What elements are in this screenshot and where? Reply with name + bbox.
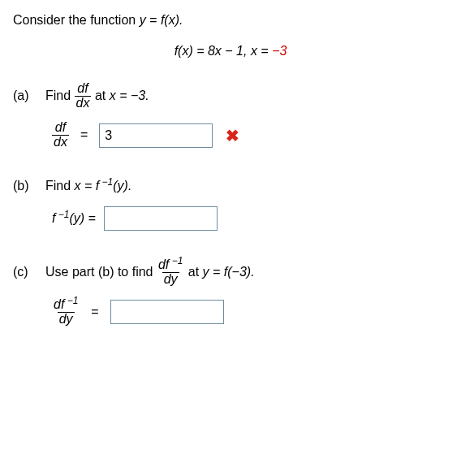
- part-a-text: Find df dx at x = −3.: [45, 82, 149, 110]
- part-c-text: Use part (b) to find df −1 dy at y = f(−…: [45, 258, 255, 287]
- part-c-answer-row: df −1 dy =: [52, 298, 448, 327]
- part-c-at-text: at: [188, 265, 203, 279]
- frac-num-c: df −1: [157, 258, 184, 272]
- inverse-sup: −1: [99, 176, 113, 188]
- ans-frac-num-c: df −1: [52, 298, 80, 312]
- part-a-find: Find: [45, 88, 75, 102]
- equals-sign: =: [80, 126, 88, 144]
- part-c-input[interactable]: [110, 300, 224, 324]
- x-equals: x =: [251, 44, 272, 58]
- part-b-input[interactable]: [104, 206, 218, 231]
- df-text-ans: df: [54, 297, 64, 311]
- prompt-text: Consider the function: [13, 13, 140, 27]
- part-b: (b) Find x = f −1(y). f −1(y) =: [13, 177, 448, 231]
- part-a-label: (a): [13, 87, 36, 105]
- part-a-at: x = −3.: [110, 88, 149, 102]
- problem-prompt: Consider the function y = f(x).: [13, 11, 448, 29]
- x-value: −3: [272, 44, 287, 58]
- part-b-text: Find x = f −1(y).: [45, 177, 131, 195]
- part-c: (c) Use part (b) to find df −1 dy at y =…: [13, 258, 448, 326]
- df-dx-fraction: df dx: [75, 82, 92, 110]
- frac-den: dx: [75, 96, 92, 110]
- part-b-label: (b): [13, 177, 36, 195]
- frac-den-c: dy: [162, 272, 179, 287]
- inv-sup-ans: −1: [64, 295, 78, 306]
- part-c-label: (c): [13, 263, 36, 281]
- fn-def: f(x) = 8x − 1,: [174, 44, 251, 58]
- answer-fraction-c: df −1 dy: [52, 298, 80, 327]
- f-inverse-y: f −1(y) =: [52, 210, 96, 227]
- ans-frac-num: df: [54, 121, 67, 135]
- part-a-at-text: at: [95, 88, 110, 102]
- ans-frac-den-c: dy: [58, 312, 75, 327]
- inv-sup-c: −1: [169, 255, 183, 266]
- incorrect-icon: ✖: [226, 124, 239, 147]
- ans-frac-den: dx: [52, 135, 69, 149]
- equals-sign-c: =: [91, 303, 98, 321]
- part-a-input[interactable]: [99, 123, 213, 148]
- given-function: f(x) = 8x − 1, x = −3: [13, 42, 448, 60]
- part-a: (a) Find df dx at x = −3. df dx = ✖: [13, 82, 448, 149]
- part-b-eq: x = f −1(y).: [75, 179, 132, 193]
- df-text: df: [158, 257, 169, 271]
- frac-num: df: [75, 82, 89, 96]
- of-y: (y) =: [69, 211, 95, 225]
- part-c-use: Use part (b) to find: [45, 265, 157, 279]
- inv-sup: −1: [55, 209, 69, 220]
- part-b-find: Find: [45, 179, 75, 193]
- answer-fraction-a: df dx: [52, 121, 69, 149]
- dfinv-dy-fraction: df −1 dy: [157, 258, 184, 287]
- part-a-answer-row: df dx = ✖: [52, 121, 448, 149]
- prompt-function: y = f(x).: [140, 13, 183, 27]
- part-b-answer-row: f −1(y) =: [52, 206, 448, 231]
- part-c-at: y = f(−3).: [203, 265, 255, 279]
